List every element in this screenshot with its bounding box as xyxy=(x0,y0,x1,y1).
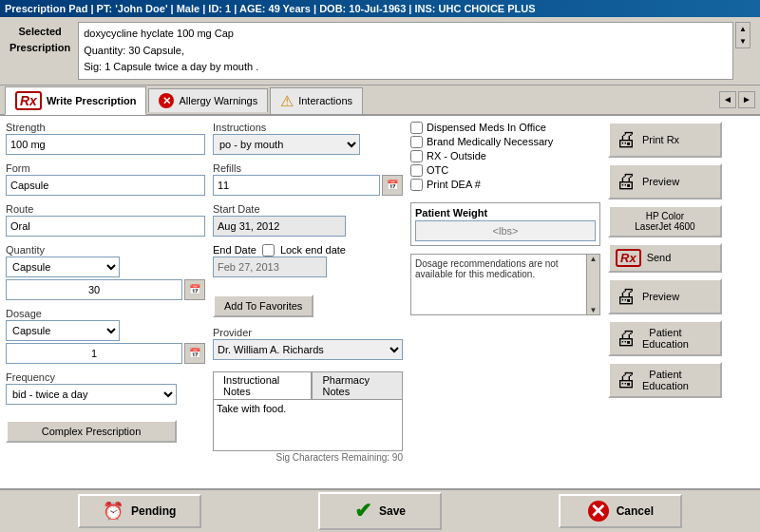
patient-ed1-label: Patient Education xyxy=(642,327,689,350)
end-date-label: End Date xyxy=(213,244,256,256)
dosage-scroll-down[interactable]: ▼ xyxy=(590,306,598,314)
refills-picker-button[interactable]: 📅 xyxy=(382,175,403,196)
quantity-value-input[interactable] xyxy=(6,279,182,300)
end-date-section: End Date Lock end date xyxy=(213,244,403,277)
dispensed-label: Dispensed Meds In Office xyxy=(427,122,546,133)
cancel-label: Cancel xyxy=(617,504,654,518)
send-label: Send xyxy=(647,252,672,263)
print-rx-button[interactable]: 🖨 Print Rx xyxy=(608,122,722,158)
prescription-scrollbar[interactable]: ▲ ▼ xyxy=(735,22,750,48)
provider-section: Provider Dr. William A. Richards xyxy=(213,327,403,360)
instructions-section: Instructions po - by mouth xyxy=(213,122,403,155)
content-inner: Strength Form Route Quantity xyxy=(0,116,760,488)
dosage-note-scrollbar[interactable]: ▲ ▼ xyxy=(586,255,599,314)
weight-input[interactable] xyxy=(415,220,596,241)
preview2-button[interactable]: 🖨 Preview xyxy=(608,278,722,314)
printdea-checkbox[interactable] xyxy=(410,179,423,191)
rx-icon: Rx xyxy=(15,91,42,110)
start-date-label: Start Date xyxy=(213,203,403,215)
send-button[interactable]: Rx Send xyxy=(608,243,722,273)
save-checkmark-icon: ✔ xyxy=(354,499,371,523)
end-date-input[interactable] xyxy=(213,256,327,277)
refills-label: Refills xyxy=(213,162,403,174)
complex-prescription-section: Complex Prescription xyxy=(6,416,205,443)
dosage-scroll-up[interactable]: ▲ xyxy=(590,255,598,263)
tab-interactions-label: Interactions xyxy=(298,95,352,106)
cancel-x-icon: ✕ xyxy=(588,501,609,522)
sig-chars-label: Sig Characters Remaining: 90 xyxy=(213,452,403,463)
brand-checkbox[interactable] xyxy=(410,136,423,148)
checkbox-otc: OTC xyxy=(410,164,600,177)
lock-end-date-label: Lock end date xyxy=(280,244,346,256)
patient-weight-title: Patient Weight xyxy=(415,207,596,218)
provider-label: Provider xyxy=(213,327,403,338)
checkbox-dispensed: Dispensed Meds In Office xyxy=(410,122,600,134)
route-label: Route xyxy=(6,203,205,215)
instructions-dropdown[interactable]: po - by mouth xyxy=(213,134,360,155)
print-rx-icon: 🖨 xyxy=(616,127,636,152)
print-rx-label: Print Rx xyxy=(642,134,679,145)
preview2-label: Preview xyxy=(642,291,679,302)
tab-prev-button[interactable]: ◄ xyxy=(719,91,736,108)
provider-row: Dr. William A. Richards xyxy=(213,339,403,360)
tab-write-prescription[interactable]: Rx Write Prescription xyxy=(5,86,146,115)
tab-next-button[interactable]: ► xyxy=(738,91,755,108)
form-input[interactable] xyxy=(6,175,205,196)
refills-row: 📅 xyxy=(213,175,403,196)
printdea-label: Print DEA # xyxy=(427,179,481,190)
end-date-lock-row: End Date Lock end date xyxy=(213,244,403,256)
rxoutside-checkbox[interactable] xyxy=(410,150,423,162)
quantity-capsule-dropdown[interactable]: Capsule xyxy=(6,256,120,277)
preview-button[interactable]: 🖨 Preview xyxy=(608,163,722,200)
pending-button[interactable]: ⏰ Pending xyxy=(78,494,201,528)
checkboxes-section: Dispensed Meds In Office Brand Medically… xyxy=(410,122,600,193)
selected-prescription-text: doxycycline hyclate 100 mg Cap Quantity:… xyxy=(78,22,733,80)
provider-dropdown[interactable]: Dr. William A. Richards xyxy=(213,339,403,360)
dosage-capsule-dropdown[interactable]: Capsule xyxy=(6,320,120,341)
refills-input[interactable] xyxy=(213,175,380,196)
tab-instructional-notes[interactable]: Instructional Notes xyxy=(213,371,312,399)
lock-end-date-checkbox[interactable] xyxy=(262,244,275,256)
selected-prescription-label: Selected Prescription xyxy=(10,24,70,55)
strength-input[interactable] xyxy=(6,134,205,155)
tab-pharmacy-notes[interactable]: Pharmacy Notes xyxy=(312,371,403,399)
route-section: Route xyxy=(6,203,205,237)
checkbox-rxoutside: RX - Outside xyxy=(410,150,600,162)
patient-education2-button[interactable]: 🖨 Patient Education xyxy=(608,362,722,398)
dispensed-checkbox[interactable] xyxy=(410,122,423,134)
frequency-dropdown[interactable]: bid - twice a day xyxy=(6,384,177,405)
tab-allergy-warnings[interactable]: ✕ Allergy Warnings xyxy=(148,88,268,112)
tab-write-label: Write Prescription xyxy=(47,95,137,106)
form-section: Form xyxy=(6,162,205,196)
quantity-row: Capsule xyxy=(6,256,205,277)
dosage-picker-button[interactable]: 📅 xyxy=(184,343,205,364)
pending-label: Pending xyxy=(131,504,176,518)
selected-prescription-bar: Selected Prescription doxycycline hyclat… xyxy=(0,17,760,86)
strength-label: Strength xyxy=(6,122,205,133)
quantity-section: Quantity Capsule 📅 xyxy=(6,244,205,300)
start-date-input[interactable] xyxy=(213,216,346,237)
main-content-area: Strength Form Route Quantity xyxy=(0,116,760,488)
title-text: Prescription Pad | PT: 'John Doe' | Male… xyxy=(5,3,536,14)
patient-education1-button[interactable]: 🖨 Patient Education xyxy=(608,320,722,356)
tab-nav: ◄ ► xyxy=(719,91,755,108)
brand-label: Brand Medically Necessary xyxy=(427,136,553,147)
save-button[interactable]: ✔ Save xyxy=(318,492,442,530)
scroll-up-arrow[interactable]: ▲ xyxy=(737,23,749,35)
rxoutside-label: RX - Outside xyxy=(427,150,486,162)
complex-prescription-button[interactable]: Complex Prescription xyxy=(6,420,177,443)
route-input[interactable] xyxy=(6,216,205,237)
tab-interactions[interactable]: ⚠ Interactions xyxy=(270,87,363,114)
preview-icon: 🖨 xyxy=(616,169,636,194)
add-favorites-button[interactable]: Add To Favorites xyxy=(213,294,314,317)
dosage-note-section: Dosage recommendations are not available… xyxy=(410,254,600,315)
quantity-picker-button[interactable]: 📅 xyxy=(184,279,205,300)
dosage-value-input[interactable] xyxy=(6,343,182,364)
otc-checkbox[interactable] xyxy=(410,164,423,177)
bottom-bar: ⏰ Pending ✔ Save ✕ Cancel xyxy=(0,488,760,532)
tab-allergy-label: Allergy Warnings xyxy=(179,95,257,106)
scroll-down-arrow[interactable]: ▼ xyxy=(737,35,749,48)
note-textarea[interactable]: Take with food. xyxy=(213,399,403,451)
form-row: Strength Form Route Quantity xyxy=(6,122,754,483)
cancel-button[interactable]: ✕ Cancel xyxy=(559,494,682,528)
